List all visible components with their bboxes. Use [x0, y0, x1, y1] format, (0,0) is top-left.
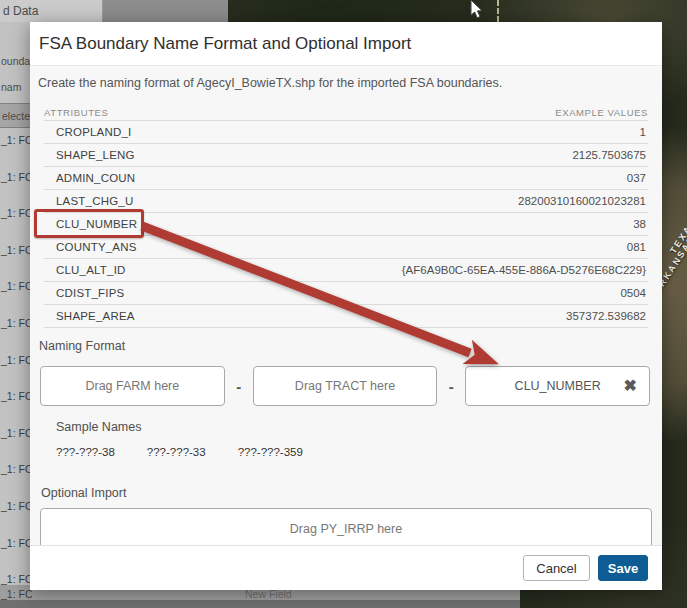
sidebar-partial-name: nam [1, 81, 21, 93]
table-row[interactable]: CLU_ALT_ID {AF6A9B0C-65EA-455E-886A-D527… [44, 259, 648, 282]
attributes-column-header: ATTRIBUTES [44, 107, 108, 118]
clu-number-slot-text: CLU_NUMBER [515, 379, 601, 393]
attribute-name: SHAPE_LENG [56, 149, 135, 161]
field-data-tab: d Data [0, 0, 103, 22]
top-left-panel: d Data [0, 0, 228, 22]
left-sidebar-strip: ounda nam electe _1: FO _1: FO _1: FO _1… [0, 22, 30, 585]
remove-attribute-icon[interactable]: ✖ [624, 378, 637, 394]
attribute-example-value: 037 [627, 172, 646, 184]
list-item: _1: FO [1, 207, 30, 220]
list-item: _1: FO [1, 427, 30, 440]
tract-drop-slot[interactable]: Drag TRACT here [253, 366, 438, 406]
sidebar-partial-boundaries: ounda [1, 55, 30, 67]
sidebar-field-list: _1: FO _1: FO _1: FO _1: FO _1: FO _1: F… [1, 134, 30, 585]
table-row[interactable]: ADMIN_COUN 037 [44, 167, 648, 190]
cancel-button[interactable]: Cancel [523, 555, 590, 581]
sample-name: ???-???-38 [56, 446, 115, 458]
mouse-cursor-icon [468, 0, 484, 20]
attribute-name: ADMIN_COUN [56, 172, 135, 184]
list-item: _1: FO [1, 390, 30, 403]
example-values-column-header: EXAMPLE VALUES [555, 107, 648, 118]
py-irrp-drop-zone-text: Drag PY_IRRP here [290, 522, 402, 536]
list-item: _1: FO [1, 573, 30, 585]
sample-names-label: Sample Names [56, 420, 141, 434]
attribute-example-value: 081 [627, 241, 646, 253]
map-boundary-dashed-line [497, 0, 499, 22]
table-row[interactable]: CROPLAND_I 1 [44, 121, 648, 144]
bottom-row-partial: _1: FC [1, 588, 33, 600]
table-row[interactable]: COUNTY_ANS 081 [44, 236, 648, 259]
farm-drop-slot-text: Drag FARM here [85, 379, 179, 393]
list-item: _1: FO [1, 463, 30, 476]
modal-subtitle: Create the naming format of AgecyI_Bowie… [38, 76, 502, 90]
name-separator: - [437, 378, 465, 395]
save-button[interactable]: Save [598, 555, 648, 581]
table-row[interactable]: SHAPE_AREA 357372.539682 [44, 305, 648, 328]
clu-number-filled-slot[interactable]: CLU_NUMBER ✖ [465, 366, 650, 406]
list-item: _1: FO [1, 537, 30, 550]
attribute-example-value: 357372.539682 [566, 310, 646, 322]
attribute-name: CDIST_FIPS [56, 287, 124, 299]
attribute-example-value: 1 [640, 126, 646, 138]
list-item: _1: FO [1, 244, 30, 257]
optional-import-label: Optional Import [41, 486, 126, 500]
modal-header: FSA Boundary Name Format and Optional Im… [30, 22, 662, 66]
list-item: _1: FO [1, 317, 30, 330]
list-item: _1: FO [1, 500, 30, 513]
table-column-headers: ATTRIBUTES EXAMPLE VALUES [44, 107, 648, 118]
list-item: _1: FO [1, 171, 30, 184]
list-item: _1: FO [1, 280, 30, 293]
sidebar-selected-dropdown: electe [0, 103, 30, 128]
attribute-name: CROPLAND_I [56, 126, 132, 138]
farm-drop-slot[interactable]: Drag FARM here [40, 366, 225, 406]
attribute-example-value: 0504 [620, 287, 646, 299]
sample-name: ???-???-359 [238, 446, 303, 458]
attribute-name: COUNTY_ANS [56, 241, 137, 253]
sample-names-row: ???-???-38 ???-???-33 ???-???-359 [56, 446, 303, 458]
attribute-example-value: {AF6A9B0C-65EA-455E-886A-D5276E68C229} [402, 264, 646, 276]
table-row[interactable]: SHAPE_LENG 2125.7503675 [44, 144, 648, 167]
table-row[interactable]: CDIST_FIPS 0504 [44, 282, 648, 305]
tract-drop-slot-text: Drag TRACT here [295, 379, 395, 393]
attribute-name: SHAPE_AREA [56, 310, 135, 322]
list-item: _1: FO [1, 354, 30, 367]
attribute-example-value: 28200310160021023281 [518, 195, 646, 207]
attribute-name: CLU_ALT_ID [56, 264, 126, 276]
attribute-example-value: 38 [633, 218, 646, 230]
naming-format-label: Naming Format [39, 339, 125, 353]
list-item: _1: FO [1, 134, 30, 147]
attribute-example-value: 2125.7503675 [572, 149, 646, 161]
py-irrp-drop-zone[interactable]: Drag PY_IRRP here [40, 508, 652, 550]
fsa-boundary-modal: FSA Boundary Name Format and Optional Im… [30, 22, 662, 590]
clu-number-highlight-box [34, 209, 144, 238]
sample-name: ???-???-33 [147, 446, 206, 458]
naming-format-row: Drag FARM here - Drag TRACT here - CLU_N… [40, 366, 650, 406]
name-separator: - [225, 378, 253, 395]
modal-title: FSA Boundary Name Format and Optional Im… [39, 22, 411, 66]
modal-footer: Cancel Save [30, 545, 662, 590]
bottom-scrollbar [0, 600, 520, 608]
attribute-name: LAST_CHG_U [56, 195, 133, 207]
